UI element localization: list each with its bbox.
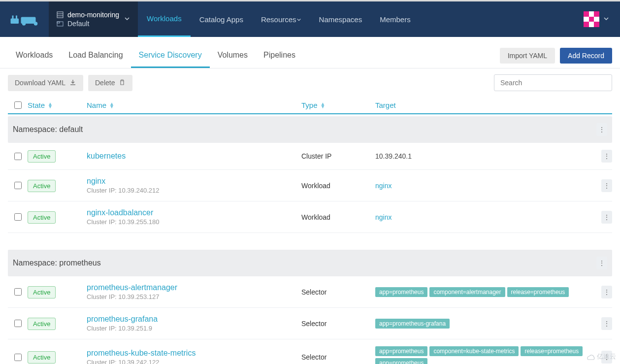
row-actions-menu[interactable]: ⋮ <box>601 211 612 224</box>
nav-item-namespaces[interactable]: Namespaces <box>310 1 371 37</box>
table-header-row: State ▲▼ Name ▲▼ Type ▲▼ Target <box>8 97 612 114</box>
status-badge: Active <box>28 211 56 224</box>
row-actions-menu[interactable]: ⋮ <box>601 150 612 163</box>
download-yaml-button[interactable]: Download YAML <box>8 75 83 91</box>
sort-icon: ▲▼ <box>48 102 53 108</box>
svg-rect-9 <box>57 22 63 26</box>
target-workload-link[interactable]: nginx <box>375 182 392 190</box>
select-all-checkbox[interactable] <box>14 101 22 109</box>
service-type: Cluster IP <box>301 152 375 160</box>
group-actions-menu[interactable]: ⋮ <box>596 123 607 136</box>
service-type: Selector <box>301 288 375 296</box>
table-row: Activeprometheus-kube-state-metricsClust… <box>8 339 612 364</box>
column-header-target[interactable]: Target <box>375 101 592 109</box>
service-type: Workload <box>301 213 375 221</box>
selector-tag: component=kube-state-metrics <box>429 346 519 356</box>
tab-pipelines[interactable]: Pipelines <box>256 46 303 68</box>
main-nav: WorkloadsCatalog AppsResources Namespace… <box>138 1 420 37</box>
tab-volumes[interactable]: Volumes <box>210 46 256 68</box>
avatar <box>584 11 599 27</box>
table-row: Activenginx-loadbalancerCluster IP: 10.3… <box>8 201 612 233</box>
namespace-group-header: Namespace: default⋮ <box>8 116 612 143</box>
top-navbar: demo-monitoring Default WorkloadsCatalog… <box>0 1 620 37</box>
cluster-project-dropdown[interactable]: demo-monitoring Default <box>49 1 138 37</box>
svg-rect-10 <box>57 22 60 23</box>
service-name-link[interactable]: nginx <box>87 177 301 186</box>
selector-tag: component=alertmanager <box>429 287 505 297</box>
row-checkbox[interactable] <box>14 182 22 189</box>
services-table: State ▲▼ Name ▲▼ Type ▲▼ Target Namespac… <box>0 97 620 364</box>
add-record-button[interactable]: Add Record <box>560 48 612 64</box>
delete-button[interactable]: Delete <box>88 75 132 91</box>
selector-tag: app=prometheus <box>375 358 427 364</box>
namespace-group-header: Namespace: prometheus⋮ <box>8 250 612 276</box>
trash-icon <box>119 79 126 87</box>
tab-workloads[interactable]: Workloads <box>8 46 61 68</box>
row-checkbox[interactable] <box>14 288 22 296</box>
service-name-link[interactable]: prometheus-kube-state-metrics <box>87 349 301 358</box>
service-name-link[interactable]: kubernetes <box>87 152 301 161</box>
chevron-down-icon <box>124 15 130 23</box>
selector-tag: app=prometheus-grafana <box>375 319 450 329</box>
row-actions-menu[interactable]: ⋮ <box>601 317 612 330</box>
svg-point-5 <box>22 22 26 26</box>
rancher-logo <box>6 9 43 29</box>
watermark: 亿速云 <box>585 352 616 361</box>
project-name: Default <box>67 20 89 28</box>
service-type: Selector <box>301 353 375 361</box>
table-row: ActivenginxCluster IP: 10.39.240.212Work… <box>8 170 612 201</box>
sub-navbar: WorkloadsLoad BalancingService Discovery… <box>0 37 620 68</box>
row-checkbox[interactable] <box>14 354 22 361</box>
status-badge: Active <box>28 351 56 364</box>
column-header-state[interactable]: State ▲▼ <box>28 101 87 109</box>
project-icon <box>57 20 64 27</box>
sort-icon: ▲▼ <box>321 102 326 108</box>
cluster-name: demo-monitoring <box>67 11 119 19</box>
row-actions-menu[interactable]: ⋮ <box>601 179 612 192</box>
service-cluster-ip: Cluster IP: 10.39.240.212 <box>87 187 301 194</box>
status-badge: Active <box>28 150 56 163</box>
nav-item-workloads[interactable]: Workloads <box>138 1 191 37</box>
column-header-name[interactable]: Name ▲▼ <box>87 101 301 109</box>
service-type: Selector <box>301 320 375 328</box>
status-badge: Active <box>28 180 56 192</box>
tab-load-balancing[interactable]: Load Balancing <box>61 46 131 68</box>
column-header-type[interactable]: Type ▲▼ <box>301 101 375 109</box>
nav-item-members[interactable]: Members <box>371 1 420 37</box>
chevron-down-icon <box>603 15 609 23</box>
svg-rect-2 <box>16 16 17 20</box>
svg-rect-0 <box>10 19 19 24</box>
selector-tag: app=prometheus <box>375 346 427 356</box>
row-checkbox[interactable] <box>14 320 22 327</box>
sort-icon: ▲▼ <box>109 102 114 108</box>
service-cluster-ip: Cluster IP: 10.39.253.127 <box>87 293 301 300</box>
cluster-icon <box>57 11 64 18</box>
svg-rect-1 <box>12 16 13 20</box>
user-menu[interactable] <box>579 11 614 27</box>
row-checkbox[interactable] <box>14 153 22 160</box>
target-ip: 10.39.240.1 <box>375 152 412 160</box>
import-yaml-button[interactable]: Import YAML <box>500 48 555 64</box>
service-name-link[interactable]: prometheus-grafana <box>87 315 301 324</box>
row-actions-menu[interactable]: ⋮ <box>601 286 612 298</box>
service-type: Workload <box>301 182 375 190</box>
service-name-link[interactable]: nginx-loadbalancer <box>87 208 301 217</box>
service-cluster-ip: Cluster IP: 10.39.242.122 <box>87 359 301 364</box>
search-input[interactable] <box>494 74 612 91</box>
service-name-link[interactable]: prometheus-alertmanager <box>87 283 301 292</box>
group-actions-menu[interactable]: ⋮ <box>596 257 607 269</box>
namespace-label: Namespace: prometheus <box>13 259 101 267</box>
selector-tag: release=prometheus <box>521 346 583 356</box>
row-checkbox[interactable] <box>14 213 22 221</box>
status-badge: Active <box>28 286 56 298</box>
table-toolbar: Download YAML Delete <box>0 68 620 97</box>
nav-item-catalog-apps[interactable]: Catalog Apps <box>191 1 252 37</box>
nav-item-resources[interactable]: Resources <box>252 1 310 37</box>
selector-tag: release=prometheus <box>507 287 569 297</box>
selector-tag: app=prometheus <box>375 287 427 297</box>
table-row: Activeprometheus-grafanaCluster IP: 10.3… <box>8 308 612 339</box>
namespace-label: Namespace: default <box>13 125 83 134</box>
tab-service-discovery[interactable]: Service Discovery <box>131 46 210 68</box>
target-workload-link[interactable]: nginx <box>375 213 392 221</box>
download-icon <box>69 79 76 87</box>
